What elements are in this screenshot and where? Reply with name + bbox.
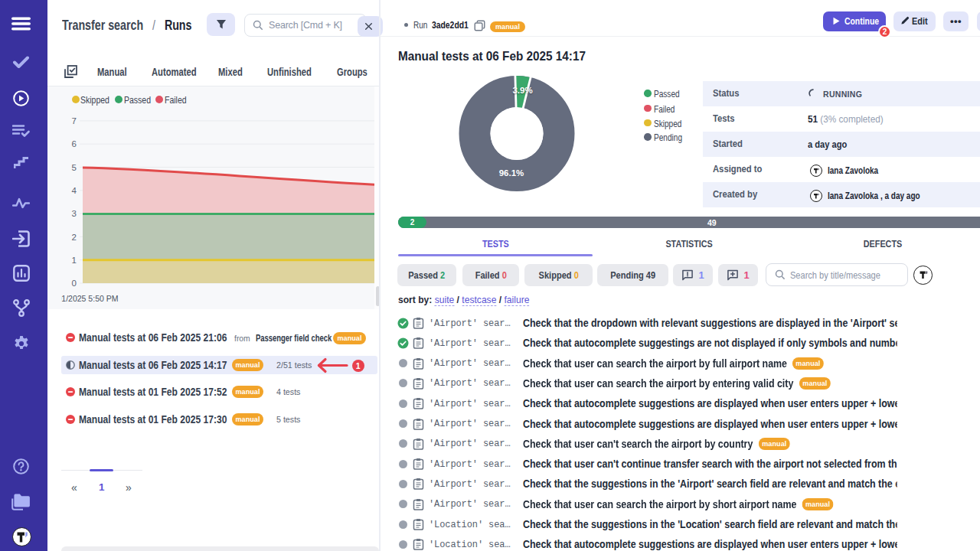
svg-text:6: 6 bbox=[72, 139, 77, 148]
svg-text:4: 4 bbox=[72, 186, 77, 195]
svg-text:0: 0 bbox=[72, 279, 77, 288]
svg-text:96.1%: 96.1% bbox=[499, 168, 524, 178]
svg-text:1: 1 bbox=[72, 256, 77, 265]
svg-text:5: 5 bbox=[72, 163, 77, 172]
svg-text:3: 3 bbox=[72, 209, 77, 218]
svg-text:2: 2 bbox=[72, 233, 77, 242]
svg-text:3.9%: 3.9% bbox=[512, 86, 532, 95]
svg-text:7: 7 bbox=[72, 116, 77, 126]
